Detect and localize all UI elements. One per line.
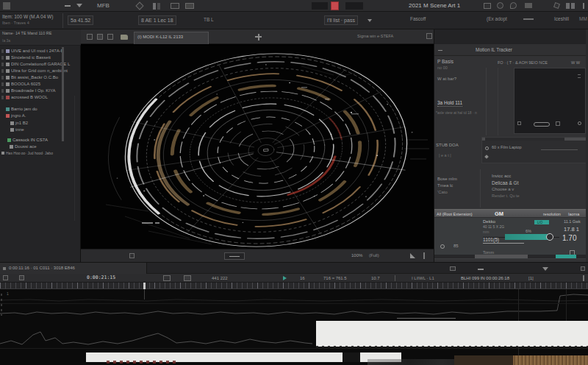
right-col-line: Render t. Qu te <box>492 194 520 199</box>
menu-item[interactable]: MFB <box>97 2 110 10</box>
minimize-panel-icon[interactable] <box>478 269 484 270</box>
power-icon[interactable] <box>440 244 445 249</box>
stop-icon[interactable] <box>556 121 560 126</box>
timeline-tab[interactable]: 0:00:11:16 · 01 C011 · 3018 E846 <box>0 263 147 274</box>
folder-icon[interactable] <box>121 35 128 40</box>
search-icon[interactable] <box>510 2 517 9</box>
list-item[interactable]: Barrio jam do <box>0 107 62 113</box>
grid-view-icon[interactable] <box>185 3 194 9</box>
minimize-icon[interactable] <box>65 5 71 7</box>
chevron-down-icon[interactable] <box>76 4 82 7</box>
slider-knob[interactable] <box>546 233 553 241</box>
kebab-menu-icon[interactable] <box>583 3 584 9</box>
list-item[interactable]: jn1 B2 <box>0 121 62 127</box>
list-item[interactable]: DIN Correlationoff GARAGE L <box>0 62 62 68</box>
list-item[interactable]: Broadmade I Op. KIYA <box>0 88 62 95</box>
magnification-select[interactable]: 100% <box>351 253 362 258</box>
panel-menu-icon[interactable] <box>426 33 432 39</box>
waveform-block-brown <box>513 355 588 365</box>
layer-bar-selected[interactable] <box>316 321 588 347</box>
dark-slot2-icon[interactable] <box>345 2 363 10</box>
timeline-toolbar: 0:00:21:15 441 222 16 716 ≈ 761.5 10.7 I… <box>0 274 588 283</box>
star-icon[interactable] <box>553 2 560 9</box>
subpanel-scroll-thumb[interactable] <box>485 138 564 141</box>
properties-topstrip <box>434 29 588 44</box>
resolution-select[interactable]: (Full) <box>369 253 379 258</box>
send-icon[interactable] <box>525 3 532 8</box>
list-item[interactable]: jngro A. <box>0 113 62 120</box>
app-badge-icon[interactable] <box>331 1 339 10</box>
list-item[interactable]: Cassock IN CS7A <box>0 138 71 144</box>
view-options-field[interactable] <box>224 252 245 260</box>
hscroll-thumb[interactable] <box>475 255 528 258</box>
panel-right-icon[interactable] <box>157 3 160 10</box>
value-chip-a[interactable]: 5a 41.52 <box>68 15 93 25</box>
project-header-title: Name· 14 TE Mand 110 RE <box>2 31 51 36</box>
hold-link[interactable]: 3a Hold 111 <box>437 100 462 107</box>
project-scrollbar[interactable] <box>62 47 64 141</box>
safe-margins-icon[interactable] <box>410 253 415 258</box>
subpanel-scroll-track[interactable] <box>482 138 588 141</box>
app-icon[interactable] <box>3 2 10 10</box>
columns-icon-a[interactable] <box>566 3 570 9</box>
comp-mini-icon[interactable] <box>3 275 8 280</box>
properties-hscroll[interactable] <box>434 255 588 258</box>
list-item[interactable]: BOOOLA 6025 <box>0 82 62 88</box>
edit-icon[interactable] <box>517 121 521 125</box>
tracker-viewport[interactable] <box>514 68 586 134</box>
item-label: Ultra for Grid com n_ambient <box>11 68 68 74</box>
list-item[interactable]: tnne <box>0 127 62 134</box>
time-ruler[interactable] <box>0 283 588 289</box>
close-icon[interactable] <box>3 267 6 270</box>
label-iceshill[interactable]: Iceshill <box>554 16 569 22</box>
pill-toggle[interactable] <box>534 122 550 127</box>
draft-icon[interactable] <box>163 275 171 281</box>
playhead[interactable] <box>143 283 146 289</box>
th-source[interactable]: Iaorxa <box>568 212 579 217</box>
toolbar-kebab-icon[interactable] <box>583 275 584 281</box>
composition-canvas[interactable] <box>81 46 434 249</box>
collapse-icon[interactable] <box>438 50 442 51</box>
dropdown-field[interactable]: I'll list · pass <box>324 15 358 25</box>
play-icon[interactable] <box>283 276 287 280</box>
label-ex-adopt[interactable]: (Ex adopt <box>487 16 507 22</box>
list-item[interactable]: Has Hoo oo· Jud hood· Jabo <box>0 151 79 157</box>
th-resolution[interactable]: resolution <box>543 212 561 217</box>
list-item[interactable]: UIVE and UI mod t 247A-B <box>0 49 62 55</box>
value-chip-b[interactable]: 8 AE 1 Lec 18 <box>138 15 176 25</box>
record-icon[interactable] <box>578 121 581 125</box>
tab-composition[interactable]: (I) MODI K-L12 IL 2133 <box>134 32 209 44</box>
clock-icon[interactable] <box>497 2 503 9</box>
toolbar-chunk-d: 716 ≈ 761.5 <box>323 276 347 281</box>
snapshot-icon[interactable] <box>97 34 103 40</box>
viewer-menu-icon[interactable] <box>423 252 425 259</box>
list-item[interactable]: Doussi ace <box>0 144 71 151</box>
th-gm[interactable]: GM <box>495 210 503 217</box>
list-item[interactable]: Ultra for Grid com n_ambient <box>0 68 62 75</box>
channels-icon[interactable] <box>107 34 113 40</box>
lock-icon[interactable] <box>87 34 93 40</box>
region-of-interest-icon[interactable] <box>129 253 135 258</box>
list-item[interactable]: Sincelend ic Bassett <box>0 55 62 62</box>
window-title: 2021 M Scene Art 1 <box>409 2 460 10</box>
project-panel: Name· 14 TE Mand 110 RE Ia 3a UIVE and U… <box>0 29 81 262</box>
columns-icon-b[interactable] <box>571 3 575 9</box>
list-item[interactable]: Bit assist_Backr O.C.Bo <box>0 75 62 82</box>
motion-blur-icon[interactable] <box>184 275 191 281</box>
list-item[interactable]: acrossed B WOOL <box>0 95 62 102</box>
th-root-extension[interactable]: All (Root Extension) <box>437 212 473 217</box>
dropdown-arrow-icon[interactable] <box>368 19 372 22</box>
basis-label: P Basis <box>437 59 453 65</box>
panel-chevron-icon[interactable] <box>542 267 548 271</box>
dark-slot-icon[interactable] <box>312 2 328 10</box>
label-fascoff[interactable]: Fascoff <box>410 16 426 22</box>
gear-icon[interactable] <box>485 146 489 150</box>
panel-options-icon[interactable] <box>581 266 585 271</box>
list-icon[interactable] <box>171 3 179 9</box>
current-timecode[interactable]: 0:00:21:15 <box>87 275 115 281</box>
flowchart-icon[interactable] <box>19 275 24 280</box>
diamond-icon[interactable] <box>135 1 143 10</box>
grid-icon[interactable] <box>484 3 491 9</box>
layers-icon[interactable] <box>450 266 456 271</box>
panel-left-icon[interactable] <box>153 3 156 10</box>
